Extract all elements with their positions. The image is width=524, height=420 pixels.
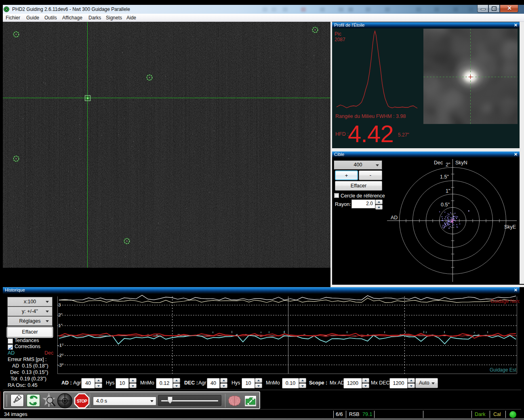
svg-text:3: 3: [58, 302, 61, 307]
svg-text:-1": -1": [58, 343, 63, 348]
svg-text:STOP: STOP: [77, 399, 87, 403]
svg-text:Guidage Est: Guidage Est: [490, 367, 517, 373]
svg-text:1": 1": [58, 323, 62, 328]
svg-text:-3": -3": [58, 363, 63, 368]
svg-text:2": 2": [58, 313, 62, 317]
svg-text:2": 2": [446, 162, 450, 168]
svg-text:AD: AD: [391, 215, 398, 220]
svg-text:SkyN: SkyN: [455, 160, 467, 166]
svg-text:-2": -2": [58, 353, 63, 358]
svg-text:Guidage Nord: Guidage Nord: [490, 298, 520, 304]
svg-text:Dec: Dec: [434, 160, 443, 166]
svg-text:1.5": 1.5": [440, 174, 449, 180]
svg-text:0.5": 0.5": [441, 202, 450, 208]
svg-text:SkyE: SkyE: [504, 224, 516, 230]
svg-text:1": 1": [446, 188, 450, 194]
